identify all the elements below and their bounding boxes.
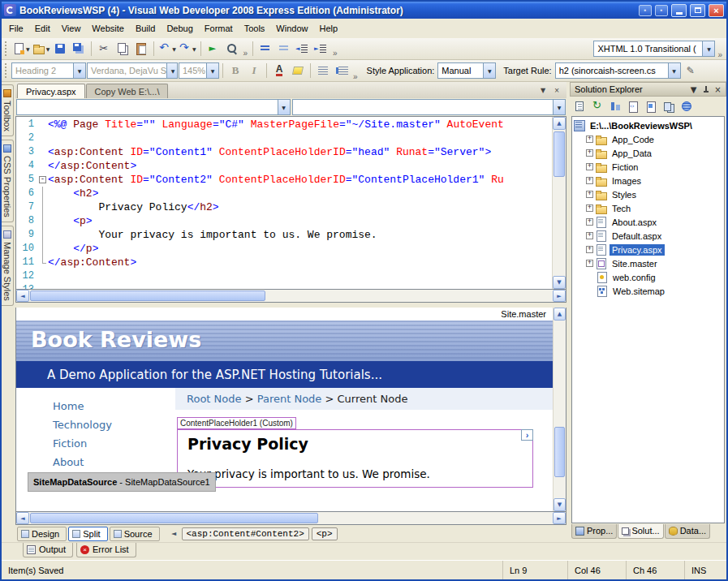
- expand-plus-icon[interactable]: +: [586, 177, 593, 184]
- tree-item-styles[interactable]: +Styles: [574, 187, 724, 201]
- object-dropdown[interactable]: ▼: [16, 99, 291, 115]
- scroll-down-icon[interactable]: ▼: [554, 498, 566, 511]
- tree-root[interactable]: E:\...\BookReviewsWSP\: [574, 118, 724, 132]
- expand-plus-icon[interactable]: +: [586, 136, 593, 143]
- restore-icon[interactable]: [690, 4, 705, 17]
- scroll-right-icon[interactable]: ►: [553, 512, 566, 524]
- code-line[interactable]: 3<asp:Content ID="Content1" ContentPlace…: [16, 145, 552, 159]
- code-line[interactable]: 2: [16, 131, 552, 145]
- menu-item-file[interactable]: File: [3, 19, 29, 38]
- view-button-split[interactable]: Split: [68, 527, 107, 541]
- scroll-track[interactable]: [553, 130, 566, 276]
- titlebar-extra-button[interactable]: ▪: [639, 5, 652, 16]
- menu-item-format[interactable]: Format: [199, 19, 239, 38]
- tag-navigator-back-icon[interactable]: ◄: [168, 527, 180, 540]
- menu-item-tools[interactable]: Tools: [239, 19, 271, 38]
- smart-tag-arrow-icon[interactable]: ›: [521, 429, 533, 441]
- auto-hide-pin-icon[interactable]: [700, 84, 712, 95]
- panel-tab-prop[interactable]: Prop...: [571, 524, 617, 539]
- close-panel-icon[interactable]: ×: [712, 84, 724, 95]
- scroll-track[interactable]: [29, 512, 553, 524]
- nest-related-files-icon[interactable]: [607, 98, 623, 114]
- site-title[interactable]: Book Reviews: [16, 321, 553, 352]
- chevron-down-icon[interactable]: ▼: [702, 41, 714, 56]
- sidebar-tab-css-properties[interactable]: CSS Properties: [2, 140, 14, 222]
- style-combobox[interactable]: Heading 2 ▼: [11, 62, 86, 79]
- chevron-down-icon[interactable]: ▼: [553, 100, 565, 114]
- expand-plus-icon[interactable]: +: [586, 191, 593, 198]
- tab-list-chevron-icon[interactable]: ▼: [537, 84, 549, 96]
- chevron-down-icon[interactable]: ▼: [278, 100, 290, 114]
- menu-item-debug[interactable]: Debug: [161, 19, 198, 38]
- code-line[interactable]: 1<%@ Page Title="" Language="C#" MasterP…: [16, 118, 552, 131]
- bullet-list-icon[interactable]: [333, 62, 351, 80]
- italic-icon[interactable]: I: [245, 62, 263, 80]
- code-horizontal-scrollbar[interactable]: ◄ ►: [15, 290, 566, 303]
- bottom-tab-output[interactable]: Output: [23, 543, 73, 557]
- scroll-thumb[interactable]: [554, 131, 565, 177]
- tag-navigator-item[interactable]: <asp:Content#Content2>: [182, 527, 309, 540]
- paste-icon[interactable]: [132, 40, 150, 58]
- code-line[interactable]: 9 Your privacy is important to us. We pr…: [16, 228, 552, 242]
- tree-item-web-sitemap[interactable]: Web.sitemap: [574, 284, 724, 298]
- panel-tab-data[interactable]: Data...: [665, 524, 710, 539]
- scroll-up-icon[interactable]: ▲: [553, 117, 566, 130]
- menu-item-view[interactable]: View: [56, 19, 87, 38]
- code-lines[interactable]: 1<%@ Page Title="" Language="C#" MasterP…: [16, 117, 552, 289]
- cut-icon[interactable]: [95, 40, 113, 58]
- panel-tab-solut[interactable]: Solut...: [618, 524, 663, 539]
- tree-item-app-data[interactable]: +App_Data: [574, 146, 724, 160]
- design-view[interactable]: Site.master Book Reviews A Demo Applicat…: [15, 308, 566, 512]
- save-all-icon[interactable]: [70, 40, 88, 58]
- code-line[interactable]: 4</asp:Content>: [16, 159, 552, 173]
- solution-explorer-header[interactable]: Solution Explorer ▼ ×: [570, 82, 726, 97]
- start-debugging-icon[interactable]: [205, 40, 222, 58]
- uncomment-icon[interactable]: [275, 40, 293, 58]
- align-left-icon[interactable]: [314, 62, 332, 80]
- toolbar-overflow-icon[interactable]: »: [351, 72, 360, 81]
- view-button-design[interactable]: Design: [17, 527, 67, 541]
- design-vertical-scrollbar[interactable]: ▲ ▼: [553, 308, 566, 511]
- expand-plus-icon[interactable]: +: [586, 163, 593, 170]
- expand-plus-icon[interactable]: +: [586, 204, 593, 212]
- code-line[interactable]: 5-<asp:Content ID="Content2" ContentPlac…: [16, 173, 552, 187]
- view-designer-icon[interactable]: [643, 98, 659, 114]
- nav-link-fiction[interactable]: Fiction: [53, 437, 175, 450]
- copy-website-icon[interactable]: [661, 98, 677, 114]
- menu-item-build[interactable]: Build: [130, 19, 161, 38]
- code-line[interactable]: 11</asp:Content>: [16, 256, 552, 269]
- content-heading[interactable]: Privacy Policy: [187, 435, 523, 453]
- nav-link-about[interactable]: About: [53, 456, 175, 468]
- toolbar-overflow-icon[interactable]: »: [331, 49, 339, 58]
- sitemapdatasource-control[interactable]: SiteMapDataSource - SiteMapDataSource1: [28, 472, 216, 492]
- site-subtitle[interactable]: A Demo Application for the ASP.NET Hosti…: [47, 368, 382, 382]
- titlebar[interactable]: BookReviewsWSP (4) - Visual Web Develope…: [2, 2, 726, 19]
- font-combobox[interactable]: Verdana, DejaVu S ▼: [87, 62, 178, 79]
- target-rule-combobox[interactable]: h2 (sinorcaish-screen.cs ▼: [555, 62, 681, 79]
- tree-item-images[interactable]: +Images: [574, 174, 724, 187]
- font-size-combobox[interactable]: 145% ▼: [179, 62, 219, 79]
- decrease-indent-icon[interactable]: [294, 40, 312, 58]
- menu-item-website[interactable]: Website: [86, 19, 130, 38]
- sidebar-tab-toolbox[interactable]: Toolbox: [2, 84, 14, 136]
- view-button-source[interactable]: Source: [110, 527, 160, 541]
- code-line[interactable]: 8 <p>: [16, 214, 552, 228]
- code-editor[interactable]: 1<%@ Page Title="" Language="C#" MasterP…: [15, 116, 566, 290]
- toolbar-overflow-icon[interactable]: »: [716, 50, 724, 59]
- scroll-thumb[interactable]: [30, 290, 265, 301]
- scroll-left-icon[interactable]: ◄: [16, 512, 29, 524]
- tree-item-fiction[interactable]: +Fiction: [574, 160, 724, 174]
- nav-link-home[interactable]: Home: [53, 400, 175, 412]
- properties-icon[interactable]: [571, 98, 588, 114]
- undo-icon[interactable]: ▼: [157, 40, 177, 58]
- menu-item-window[interactable]: Window: [270, 19, 313, 38]
- tag-navigator-item[interactable]: <p>: [312, 527, 338, 540]
- bottom-tab-error-list[interactable]: ×Error List: [76, 543, 136, 557]
- chevron-down-icon[interactable]: ▼: [73, 63, 85, 78]
- menu-item-help[interactable]: Help: [313, 19, 343, 38]
- font-color-icon[interactable]: A: [270, 62, 288, 80]
- design-horizontal-scrollbar[interactable]: ◄ ►: [15, 512, 566, 525]
- increase-indent-icon[interactable]: [312, 40, 330, 58]
- bold-icon[interactable]: B: [226, 62, 244, 80]
- expand-plus-icon[interactable]: +: [586, 246, 593, 253]
